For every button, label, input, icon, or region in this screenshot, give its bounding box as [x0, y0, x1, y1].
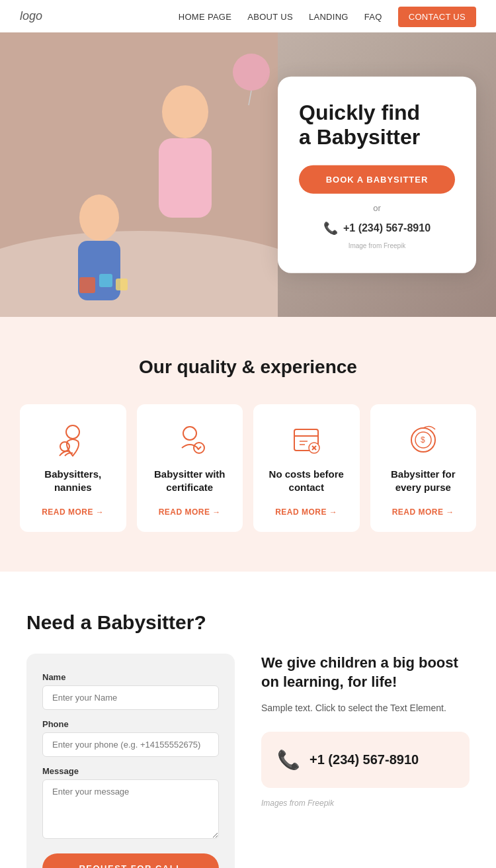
card-2-read-more[interactable]: READ MORE: [159, 507, 221, 517]
phone-label: Phone: [42, 719, 219, 729]
svg-point-11: [66, 425, 79, 439]
svg-point-1: [0, 231, 278, 317]
card-3-title: No costs before contact: [265, 468, 348, 494]
contact-info-headline: We give children a big boost on learning…: [261, 654, 470, 691]
message-group: Message: [42, 766, 219, 842]
svg-point-13: [183, 427, 196, 440]
contact-layout: Name Phone Message REQUEST FOR CALL We g…: [26, 654, 470, 868]
contact-info-body: Sample text. Click to select the Text El…: [261, 701, 470, 715]
book-babysitter-button[interactable]: BOOK A BABYSITTER: [299, 165, 455, 193]
hero-phone-number: +1 (234) 567-8910: [343, 222, 431, 234]
purse-icon: $: [406, 423, 440, 457]
contact-phone-number: +1 (234) 567-8910: [310, 752, 419, 767]
contact-info: We give children a big boost on learning…: [261, 654, 470, 808]
logo: logo: [20, 9, 42, 23]
name-group: Name: [42, 672, 219, 710]
contact-image-credit: Images from Freepik: [261, 799, 470, 808]
nav-faq[interactable]: FAQ: [364, 12, 382, 22]
card-4-title: Babysitter for every purse: [382, 468, 465, 494]
quality-card-3: No costs before contact READ MORE: [253, 404, 360, 532]
message-input[interactable]: [42, 779, 219, 839]
name-label: Name: [42, 672, 219, 682]
contact-form-wrap: Name Phone Message REQUEST FOR CALL: [26, 654, 235, 868]
hero-card: Quickly find a Babysitter BOOK A BABYSIT…: [278, 77, 476, 273]
navbar: logo HOME PAGE ABOUT US LANDING FAQ CONT…: [0, 0, 496, 32]
quality-cards-grid: Babysitters, nannies READ MORE Babysitte…: [20, 404, 476, 532]
svg-point-4: [79, 195, 119, 241]
quality-card-4: $ Babysitter for every purse READ MORE: [370, 404, 477, 532]
card-2-title: Babysitter with certificate: [149, 468, 231, 494]
no-cost-icon: [289, 423, 323, 457]
quality-section: Our quality & experience Babysitters, na…: [0, 317, 496, 572]
card-3-read-more[interactable]: READ MORE: [275, 507, 337, 517]
svg-rect-8: [116, 279, 128, 290]
svg-text:$: $: [421, 435, 425, 445]
hero-title: Quickly find a Babysitter: [299, 101, 455, 150]
contact-phone-icon: 📞: [277, 749, 300, 771]
babysitters-icon: [56, 423, 90, 457]
hero-photo: [0, 32, 278, 317]
nav-home[interactable]: HOME PAGE: [179, 12, 231, 22]
phone-input[interactable]: [42, 732, 219, 757]
svg-rect-3: [159, 138, 212, 218]
contact-title: Need a Babysitter?: [26, 611, 470, 634]
svg-point-2: [162, 85, 208, 138]
quality-title: Our quality & experience: [20, 357, 476, 378]
hero-image-credit: Image from Freepik: [299, 241, 455, 249]
svg-rect-7: [99, 274, 112, 287]
name-input[interactable]: [42, 685, 219, 710]
svg-rect-6: [79, 277, 95, 293]
request-call-button[interactable]: REQUEST FOR CALL: [42, 853, 219, 868]
hero-background: Quickly find a Babysitter BOOK A BABYSIT…: [0, 32, 496, 317]
quality-card-1: Babysitters, nannies READ MORE: [20, 404, 126, 532]
hero-section: Quickly find a Babysitter BOOK A BABYSIT…: [0, 32, 496, 317]
nav-contact-button[interactable]: CONTACT US: [398, 7, 476, 27]
certificate-icon: [173, 423, 207, 457]
contact-section: Need a Babysitter? Name Phone Message RE…: [0, 572, 496, 868]
card-4-read-more[interactable]: READ MORE: [392, 507, 454, 517]
quality-card-2: Babysitter with certificate READ MORE: [137, 404, 243, 532]
phone-group: Phone: [42, 719, 219, 757]
nav-landing[interactable]: LANDING: [309, 12, 349, 22]
message-label: Message: [42, 766, 219, 776]
nav-links: HOME PAGE ABOUT US LANDING FAQ CONTACT U…: [179, 11, 476, 22]
card-1-title: Babysitters, nannies: [32, 468, 114, 494]
phone-icon: 📞: [323, 220, 338, 235]
contact-phone-card: 📞 +1 (234) 567-8910: [261, 732, 470, 788]
svg-point-9: [233, 54, 270, 91]
card-1-read-more[interactable]: READ MORE: [42, 507, 104, 517]
hero-phone: 📞 +1 (234) 567-8910: [299, 220, 455, 235]
hero-or-text: or: [299, 202, 455, 212]
nav-about[interactable]: ABOUT US: [247, 12, 293, 22]
